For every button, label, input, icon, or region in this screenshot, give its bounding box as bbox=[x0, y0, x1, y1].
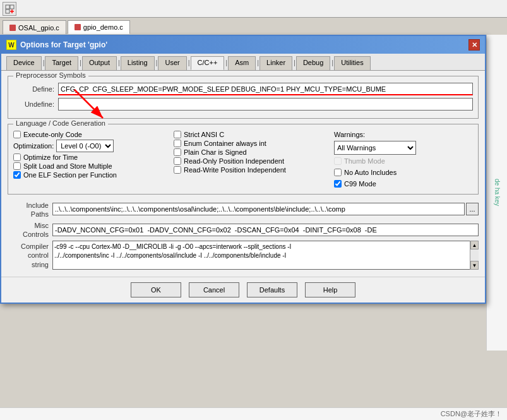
one-elf-check[interactable] bbox=[13, 171, 21, 179]
strict-ansi-check[interactable] bbox=[174, 131, 181, 138]
split-load-row: Split Load and Store Multiple bbox=[13, 162, 169, 170]
warnings-select[interactable]: All Warnings bbox=[334, 141, 416, 155]
tab-target[interactable]: Target bbox=[45, 56, 78, 70]
tab-asm[interactable]: Asm bbox=[228, 56, 256, 70]
bottom-bar: CSDN@老子姓李！ bbox=[0, 407, 507, 420]
include-paths-input[interactable] bbox=[52, 203, 465, 215]
split-load-label: Split Load and Store Multiple bbox=[23, 162, 112, 170]
toolbar bbox=[0, 0, 507, 18]
scroll-track bbox=[470, 249, 479, 261]
preprocessor-content: Define: Undefine: bbox=[13, 83, 473, 111]
tab-device[interactable]: Device bbox=[6, 56, 42, 70]
plain-char-label: Plain Char is Signed bbox=[184, 148, 247, 156]
lang-right-col: Warnings: All Warnings Thumb Mode No Aut… bbox=[334, 131, 473, 189]
no-auto-check[interactable] bbox=[334, 169, 342, 176]
optimization-row: Optimization: Level 0 (-O0) bbox=[13, 140, 169, 152]
readonly-pos-check[interactable] bbox=[174, 157, 181, 165]
tabbar: OSAL_gpio.c gpio_demo.c bbox=[0, 18, 507, 34]
dialog-footer: OK Cancel Defaults Help bbox=[1, 277, 485, 303]
misc-controls-row: MiscControls bbox=[8, 221, 479, 239]
define-row: Define: bbox=[13, 83, 473, 95]
include-paths-label: IncludePaths bbox=[8, 201, 49, 219]
svg-rect-1 bbox=[6, 9, 9, 13]
include-paths-browse[interactable]: ... bbox=[466, 203, 479, 215]
compiler-control-row: Compilercontrolstring -c99 -c --cpu Cort… bbox=[8, 241, 479, 270]
strict-ansi-label: Strict ANSI C bbox=[184, 131, 224, 138]
help-button[interactable]: Help bbox=[305, 282, 355, 297]
misc-controls-input[interactable] bbox=[52, 224, 479, 236]
lang-left-col: Execute-only Code Optimization: Level 0 … bbox=[13, 131, 169, 189]
execute-only-check[interactable] bbox=[13, 131, 21, 138]
dialog-titlebar: W Options for Target 'gpio' ✕ bbox=[1, 36, 485, 54]
undefine-label: Undefine: bbox=[13, 100, 54, 108]
c99-mode-check[interactable] bbox=[334, 180, 342, 188]
plain-char-check[interactable] bbox=[174, 148, 181, 156]
tab-osal-gpio[interactable]: OSAL_gpio.c bbox=[3, 20, 66, 34]
tab-utilities[interactable]: Utilities bbox=[334, 56, 370, 70]
cancel-button[interactable]: Cancel bbox=[189, 282, 239, 297]
include-paths-row: IncludePaths ... bbox=[8, 200, 479, 219]
tab-listing[interactable]: Listing bbox=[121, 56, 155, 70]
bottom-bar-text: CSDN@老子姓李！ bbox=[441, 409, 502, 419]
readwrite-pos-check[interactable] bbox=[174, 166, 181, 174]
undefine-input[interactable] bbox=[58, 98, 473, 111]
execute-only-label: Execute-only Code bbox=[23, 131, 82, 138]
no-auto-label: No Auto Includes bbox=[344, 169, 397, 176]
language-group-title: Language / Code Generation bbox=[13, 119, 108, 127]
dialog-tab-bar: Device | Target | Output | Listing | Use… bbox=[1, 54, 485, 71]
misc-controls-label: MiscControls bbox=[8, 221, 49, 239]
scroll-up-btn[interactable]: ▲ bbox=[470, 241, 479, 249]
right-sidebar: de ha key bbox=[486, 35, 507, 351]
no-auto-row: No Auto Includes bbox=[334, 169, 473, 176]
options-dialog: W Options for Target 'gpio' ✕ Device | T… bbox=[0, 35, 486, 304]
tab-linker[interactable]: Linker bbox=[259, 56, 292, 70]
thumb-mode-label: Thumb Mode bbox=[344, 157, 385, 165]
ok-button[interactable]: OK bbox=[131, 282, 181, 297]
tab-output[interactable]: Output bbox=[82, 56, 117, 70]
scroll-down-btn[interactable]: ▼ bbox=[470, 261, 479, 270]
define-label: Define: bbox=[13, 85, 54, 93]
preprocessor-group-title: Preprocessor Symbols bbox=[13, 71, 88, 79]
optimize-time-row: Optimize for Time bbox=[13, 153, 169, 161]
optimize-time-check[interactable] bbox=[13, 153, 21, 161]
defaults-button[interactable]: Defaults bbox=[247, 282, 297, 297]
thumb-mode-row: Thumb Mode bbox=[334, 157, 473, 165]
readonly-pos-row: Read-Only Position Independent bbox=[174, 157, 329, 165]
enum-container-check[interactable] bbox=[174, 140, 181, 147]
svg-rect-2 bbox=[10, 5, 14, 9]
execute-only-row: Execute-only Code bbox=[13, 131, 169, 138]
readwrite-pos-row: Read-Write Position Independent bbox=[174, 166, 329, 174]
undefine-row: Undefine: bbox=[13, 98, 473, 111]
preprocessor-group: Preprocessor Symbols Define: Undefine: bbox=[8, 76, 479, 119]
language-content: Execute-only Code Optimization: Level 0 … bbox=[13, 131, 473, 189]
compiler-control-container: -c99 -c --cpu Cortex-M0 -D__MICROLIB -li… bbox=[52, 241, 479, 270]
compiler-scrollbar[interactable]: ▲ ▼ bbox=[470, 241, 479, 270]
one-elf-label: One ELF Section per Function bbox=[23, 171, 117, 179]
compiler-control-text: -c99 -c --cpu Cortex-M0 -D__MICROLIB -li… bbox=[52, 241, 479, 270]
strict-ansi-row: Strict ANSI C bbox=[174, 131, 329, 138]
split-load-check[interactable] bbox=[13, 162, 21, 170]
dialog-title: W Options for Target 'gpio' bbox=[6, 40, 107, 50]
readonly-pos-label: Read-Only Position Independent bbox=[184, 157, 284, 165]
tab-cc[interactable]: C/C++ bbox=[191, 56, 225, 70]
optimize-time-label: Optimize for Time bbox=[23, 153, 78, 161]
toolbar-button[interactable] bbox=[3, 2, 16, 16]
define-input[interactable] bbox=[58, 83, 473, 95]
optimization-label: Optimization: bbox=[13, 142, 54, 150]
dialog-body: Preprocessor Symbols Define: Undefine: L… bbox=[1, 71, 485, 277]
language-group: Language / Code Generation Execute-only … bbox=[8, 124, 479, 195]
one-elf-row: One ELF Section per Function bbox=[13, 171, 169, 179]
optimization-select[interactable]: Level 0 (-O0) bbox=[56, 140, 114, 152]
tab-gpio-demo[interactable]: gpio_demo.c bbox=[68, 20, 130, 34]
thumb-mode-check[interactable] bbox=[334, 157, 342, 165]
c99-mode-row: C99 Mode bbox=[334, 180, 473, 188]
lang-middle-col: Strict ANSI C Enum Container always int … bbox=[174, 131, 329, 189]
tab-debug[interactable]: Debug bbox=[296, 56, 330, 70]
warnings-label: Warnings: bbox=[334, 131, 473, 138]
enum-container-row: Enum Container always int bbox=[174, 140, 329, 147]
dialog-close-button[interactable]: ✕ bbox=[468, 39, 480, 51]
tab-user[interactable]: User bbox=[158, 56, 186, 70]
c99-mode-label: C99 Mode bbox=[344, 180, 376, 188]
dialog-title-icon: W bbox=[6, 40, 16, 50]
svg-rect-0 bbox=[6, 5, 9, 9]
